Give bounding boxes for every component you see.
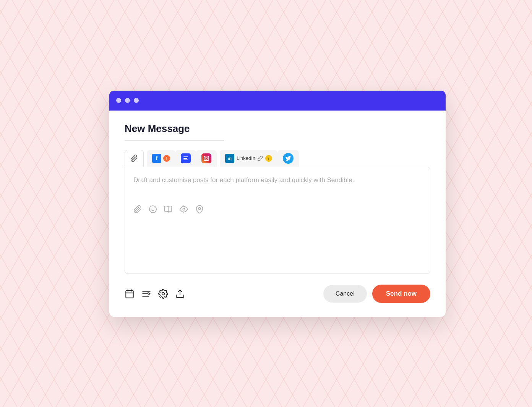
message-toolbar xyxy=(133,200,422,213)
platform-tabs: f ! xyxy=(125,150,430,167)
message-compose-area[interactable]: Draft and customise posts for each platf… xyxy=(125,167,430,274)
paperclip-icon xyxy=(130,155,138,162)
queue-icon[interactable] xyxy=(141,289,151,299)
linkedin-icon: in xyxy=(225,154,234,163)
settings-icon[interactable] xyxy=(158,289,168,299)
bottom-actions: Cancel Send now xyxy=(125,285,430,303)
instagram-icon xyxy=(201,153,211,163)
bottom-buttons: Cancel Send now xyxy=(323,285,430,303)
buffer-icon xyxy=(181,153,191,163)
send-now-button[interactable]: Send now xyxy=(372,285,430,303)
twitter-icon xyxy=(283,153,294,164)
export-icon[interactable] xyxy=(175,289,185,299)
title-divider xyxy=(125,140,224,141)
location-icon[interactable] xyxy=(195,205,204,213)
tab-twitter[interactable] xyxy=(277,150,299,167)
svg-point-14 xyxy=(162,292,165,295)
emoji-icon[interactable] xyxy=(149,205,157,213)
facebook-warning-icon: ! xyxy=(163,155,170,162)
linkedin-link-icon xyxy=(258,156,263,161)
bottom-tools xyxy=(125,289,185,299)
linkedin-label: LinkedIn xyxy=(237,155,255,161)
cancel-button[interactable]: Cancel xyxy=(323,285,367,303)
linkedin-tab-inner: in LinkedIn i xyxy=(225,154,272,163)
page-title: New Message xyxy=(125,123,430,135)
svg-point-0 xyxy=(149,206,156,213)
linkedin-info-icon: i xyxy=(265,155,272,162)
preview-icon[interactable] xyxy=(179,205,188,213)
titlebar-dot-3 xyxy=(134,98,139,103)
tab-buffer[interactable] xyxy=(175,150,196,167)
titlebar-dot-1 xyxy=(116,98,121,103)
message-placeholder: Draft and customise posts for each platf… xyxy=(133,175,422,185)
tab-linkedin[interactable]: in LinkedIn i xyxy=(220,150,277,167)
svg-point-3 xyxy=(183,208,185,210)
schedule-icon[interactable] xyxy=(125,289,135,299)
app-window: New Message f ! xyxy=(109,91,446,317)
attachment-icon[interactable] xyxy=(133,205,142,213)
media-icon[interactable] xyxy=(164,205,172,213)
svg-rect-7 xyxy=(126,290,133,298)
titlebar-dot-2 xyxy=(125,98,130,103)
svg-point-6 xyxy=(198,207,201,210)
titlebar xyxy=(109,91,446,111)
tab-all[interactable] xyxy=(125,150,144,167)
tab-facebook[interactable]: f ! xyxy=(147,150,175,167)
window-body: New Message f ! xyxy=(109,111,446,317)
tab-instagram[interactable] xyxy=(196,150,217,167)
facebook-icon: f xyxy=(152,154,161,163)
